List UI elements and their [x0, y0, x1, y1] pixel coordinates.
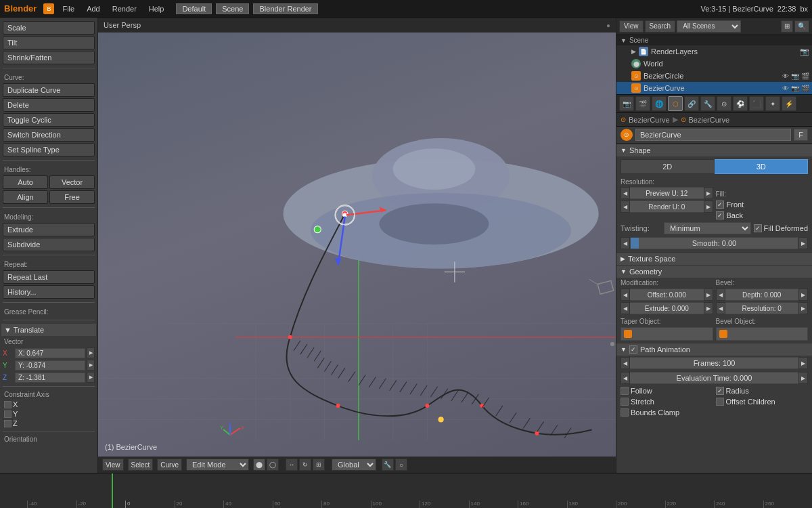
twisting-select[interactable]: Minimum Tangent Z-Up	[664, 222, 751, 234]
translate-tool-icon[interactable]: ↔	[286, 459, 298, 471]
constraint-props-icon[interactable]: 🔗	[684, 96, 699, 111]
scene-props-icon[interactable]: 🎬	[635, 96, 650, 111]
geo-res-field[interactable]: Resolution: 0	[725, 302, 799, 314]
set-spline-type-btn[interactable]: Set Spline Type	[3, 143, 95, 156]
scale-tool-icon[interactable]: ⊞	[313, 459, 325, 471]
shape-3d-btn[interactable]: 3D	[715, 159, 809, 174]
smooth-arrow-left[interactable]: ◀	[621, 237, 630, 249]
beziercurve-camera-icon[interactable]: 📷	[791, 85, 799, 92]
front-checkbox[interactable]: ✓	[716, 200, 724, 209]
geo-res-arrow-left[interactable]: ◀	[716, 302, 725, 314]
snap-icon[interactable]: 🔧	[382, 459, 394, 471]
preview-u-field[interactable]: Preview U: 12	[630, 187, 704, 199]
rp-expand-btn[interactable]: ⊞	[781, 20, 793, 33]
data-props-icon[interactable]: ⊙	[717, 96, 731, 111]
handle-vector-btn[interactable]: Vector	[49, 175, 95, 189]
menu-help[interactable]: Help	[145, 3, 168, 14]
path-animation-header[interactable]: ▼ ✓ Path Animation	[616, 343, 812, 356]
back-checkbox[interactable]: ✓	[716, 211, 724, 219]
beziercircle-render-icon[interactable]: 🎬	[801, 72, 809, 80]
handle-align-btn[interactable]: Align	[3, 190, 48, 204]
obj-f-button[interactable]: F	[794, 129, 808, 141]
offset-field[interactable]: Offset: 0.000	[630, 289, 704, 301]
depth-field[interactable]: Depth: 0.000	[725, 289, 799, 301]
bevel-obj-field[interactable]	[716, 327, 809, 341]
frames-arrow-left[interactable]: ◀	[621, 357, 630, 369]
beziercircle-eye-icon[interactable]: 👁	[782, 72, 789, 80]
beziercurve-render-icon[interactable]: 🎬	[801, 85, 809, 92]
radius-checkbox[interactable]: ✓	[716, 387, 724, 395]
offset-arrow-right[interactable]: ▶	[704, 289, 713, 301]
rp-view-btn[interactable]: View	[619, 20, 644, 33]
smooth-field[interactable]: Smooth: 0.00	[630, 237, 798, 249]
z-arrow[interactable]: ▶	[87, 372, 95, 383]
particles-props-icon[interactable]: ✦	[765, 96, 780, 111]
wire-mode-icon[interactable]: ◯	[267, 459, 279, 471]
view-menu-btn[interactable]: View	[102, 459, 124, 471]
offset-children-checkbox[interactable]	[716, 398, 724, 406]
beziercurve-eye-icon[interactable]: 👁	[782, 85, 789, 92]
mode-select[interactable]: Edit Mode Object Mode	[186, 459, 249, 471]
handle-auto-btn[interactable]: Auto	[3, 175, 48, 189]
object-props-icon[interactable]: ⬡	[668, 96, 683, 111]
render-u-arrow-right[interactable]: ▶	[704, 200, 713, 213]
eval-arrow-right[interactable]: ▶	[798, 372, 808, 384]
menu-render[interactable]: Render	[108, 3, 141, 14]
texture-space-header[interactable]: ▶ Texture Space	[616, 252, 812, 265]
geo-res-arrow-right[interactable]: ▶	[798, 302, 808, 314]
bounds-clamp-checkbox[interactable]	[621, 408, 629, 417]
preview-u-arrow-left[interactable]: ◀	[621, 187, 630, 199]
extrude-field[interactable]: Extrude: 0.000	[630, 302, 704, 314]
eval-arrow-left[interactable]: ◀	[621, 372, 630, 384]
render-u-arrow-left[interactable]: ◀	[621, 200, 630, 213]
menu-add[interactable]: Add	[83, 3, 104, 14]
shape-section-header[interactable]: ▼ Shape	[616, 144, 812, 156]
outliner-item-beziercircle[interactable]: ⊙ BezierCircle 👁 📷 🎬	[616, 70, 812, 82]
z-value[interactable]: Z: -1.381	[15, 373, 85, 383]
outliner-item-renderlayers[interactable]: ▶ 📄 RenderLayers 📷	[616, 45, 812, 58]
scene-input[interactable]: Scene	[216, 3, 249, 14]
extrude-btn[interactable]: Extrude	[3, 223, 95, 236]
proportional-icon[interactable]: ○	[395, 459, 407, 471]
frames-arrow-right[interactable]: ▶	[798, 357, 808, 369]
shrinkfatten-btn[interactable]: Shrink/Fatten	[3, 51, 95, 64]
render-props-icon[interactable]: 📷	[619, 96, 634, 111]
menu-file[interactable]: File	[58, 3, 78, 14]
y-value[interactable]: Y: -0.874	[15, 360, 85, 371]
rp-search-btn[interactable]: Search	[645, 20, 676, 33]
beziercircle-camera-icon[interactable]: 📷	[791, 72, 799, 80]
tilt-btn[interactable]: Tilt	[3, 36, 95, 49]
rp-scenes-select[interactable]: All Scenes Current Scene	[677, 20, 741, 33]
fill-deformed-checkbox[interactable]: ✓	[754, 224, 762, 232]
texture-props-icon[interactable]: ⬛	[749, 96, 764, 111]
depth-arrow-right[interactable]: ▶	[798, 289, 808, 301]
curve-menu-btn[interactable]: Curve	[157, 459, 182, 471]
stretch-checkbox[interactable]	[621, 398, 629, 406]
viewport-canvas[interactable]: (1) BezierCurve X Y Z	[98, 33, 616, 457]
smooth-arrow-right[interactable]: ▶	[798, 237, 808, 249]
shape-2d-btn[interactable]: 2D	[621, 159, 715, 174]
layout-selector[interactable]: Default	[176, 3, 212, 14]
duplicate-curve-btn[interactable]: Duplicate Curve	[3, 83, 95, 97]
solid-mode-icon[interactable]: ⬤	[253, 459, 265, 471]
translate-header[interactable]: ▼ Translate	[1, 324, 96, 336]
renderlayers-camera-icon[interactable]: 📷	[800, 47, 809, 56]
repeat-last-btn[interactable]: Repeat Last	[3, 270, 95, 284]
outliner-item-beziercurve[interactable]: ⊙ BezierCurve 👁 📷 🎬	[616, 82, 812, 94]
y-arrow[interactable]: ▶	[87, 360, 95, 371]
rotate-tool-icon[interactable]: ↻	[299, 459, 311, 471]
preview-u-arrow-right[interactable]: ▶	[704, 187, 713, 199]
outliner-item-world[interactable]: ⬤ World	[616, 58, 812, 70]
geometry-section-header[interactable]: ▼ Geometry	[616, 265, 812, 278]
engine-select[interactable]: Blender Render	[253, 3, 317, 14]
modifier-props-icon[interactable]: 🔧	[700, 96, 715, 111]
delete-btn[interactable]: Delete	[3, 98, 95, 112]
frames-field[interactable]: Frames: 100	[630, 357, 798, 369]
extrude-arrow-left[interactable]: ◀	[621, 302, 630, 314]
handle-free-btn[interactable]: Free	[49, 190, 95, 204]
depth-arrow-left[interactable]: ◀	[716, 289, 725, 301]
history-btn[interactable]: History...	[3, 285, 95, 299]
toggle-cyclic-btn[interactable]: Toggle Cyclic	[3, 113, 95, 127]
world-props-icon[interactable]: 🌐	[652, 96, 667, 111]
material-props-icon[interactable]: ⚽	[733, 96, 748, 111]
